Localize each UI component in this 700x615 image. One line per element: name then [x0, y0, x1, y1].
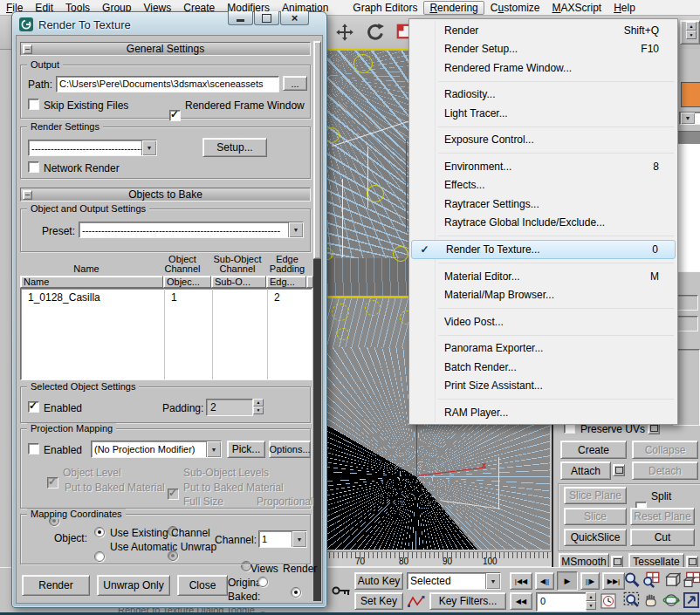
table-header-subobject-channel[interactable]: Sub-O...: [211, 276, 266, 288]
projection-modifier-dropdown[interactable]: (No Projection Modifier)▼: [91, 441, 222, 458]
rollout-general-settings[interactable]: – General Settings: [20, 42, 311, 56]
go-to-end-button[interactable]: ▶▶|: [602, 572, 625, 590]
modifier-dropdown[interactable]: ▼: [679, 112, 700, 125]
menubar-item-graph-editors[interactable]: Graph Editors: [347, 1, 423, 15]
time-configuration-icon[interactable]: [600, 593, 616, 609]
min-max-toggle-icon[interactable]: [683, 591, 700, 609]
menubar-item-maxscript[interactable]: MAXScript: [546, 1, 608, 15]
channel-dropdown[interactable]: 1▼: [258, 530, 307, 548]
path-field[interactable]: C:\Users\Pere\Documents\3dsmax\sceneasse…: [56, 76, 279, 92]
browse-button[interactable]: ...: [283, 76, 307, 91]
table-header-name[interactable]: Name: [20, 276, 163, 288]
object-level-checkbox[interactable]: [47, 477, 58, 489]
menu-item-render-to-texture[interactable]: ✓Render To Texture...0: [411, 240, 676, 259]
enabled-checkbox[interactable]: [28, 401, 39, 413]
frame-spinner[interactable]: ▲▼: [586, 592, 596, 610]
unwrap-only-button[interactable]: Unwrap Only: [97, 575, 170, 596]
menu-item-environment[interactable]: Environment...8: [410, 157, 676, 176]
projection-enabled-checkbox[interactable]: [28, 443, 39, 454]
menubar-item-help[interactable]: Help: [607, 1, 642, 15]
sub-object-levels-checkbox[interactable]: [168, 489, 179, 500]
dialog-title-bar[interactable]: Render To Texture: [19, 16, 131, 33]
use-existing-channel-radio[interactable]: [94, 527, 105, 537]
selection-set-dropdown[interactable]: Selected▼: [407, 572, 501, 590]
key-mode-toggle-button[interactable]: ◀◀: [510, 592, 532, 610]
menubar-item-customize[interactable]: Customize: [484, 1, 546, 15]
menu-item-print-size-assistant[interactable]: Print Size Assistant...: [410, 377, 676, 396]
tessellate-settings-button[interactable]: [686, 556, 698, 568]
table-header-edge-padding[interactable]: Edg...: [266, 276, 306, 288]
collapse-rollout-icon[interactable]: –: [23, 190, 32, 200]
menu-item-light-tracer[interactable]: Light Tracer...: [410, 104, 676, 123]
menu-item-material-map-browser[interactable]: Material/Map Browser...: [410, 286, 676, 305]
zoom-icon[interactable]: [623, 571, 641, 589]
menu-item-rendered-frame-window[interactable]: Rendered Frame Window...: [410, 58, 676, 78]
menu-item-render[interactable]: RenderShift+Q: [410, 21, 676, 40]
pan-hand-icon[interactable]: [642, 591, 660, 609]
menu-item-raytrace-global-include-exclude[interactable]: Raytrace Global Include/Exclude...: [410, 214, 676, 233]
menu-item-batch-render[interactable]: Batch Render...: [410, 358, 676, 377]
skip-existing-checkbox[interactable]: [28, 99, 39, 110]
network-render-checkbox[interactable]: [28, 161, 39, 173]
region-zoom-icon[interactable]: [623, 591, 641, 609]
menu-item-material-editor[interactable]: Material Editor...M: [410, 267, 676, 286]
play-button[interactable]: ▶: [557, 571, 578, 591]
keyboard-override-icon[interactable]: [332, 584, 351, 598]
render-button[interactable]: Render: [22, 575, 90, 596]
slice-plane-button[interactable]: Slice Plane: [564, 487, 627, 504]
set-key-button[interactable]: Set Key: [354, 592, 403, 610]
go-to-start-button[interactable]: |◀◀: [510, 572, 532, 590]
auto-key-button[interactable]: Auto Key: [354, 572, 403, 590]
menubar-item-rendering[interactable]: Rendering: [423, 1, 484, 15]
menu-item-ram-player[interactable]: RAM Player...: [410, 403, 676, 422]
menu-item-raytracer-settings[interactable]: Raytracer Settings...: [410, 195, 676, 214]
dialog-scrollbar[interactable]: [313, 41, 321, 601]
close-dialog-button[interactable]: Close: [177, 575, 228, 596]
select-and-move-icon[interactable]: [335, 23, 354, 42]
menu-item-effects[interactable]: Effects...: [410, 176, 676, 195]
padding-spinner[interactable]: ▲▼: [253, 399, 264, 414]
attach-button[interactable]: Attach: [560, 461, 611, 480]
new-key-curve-icon[interactable]: [407, 594, 426, 608]
current-frame-field[interactable]: 0: [536, 592, 587, 612]
time-slider-track[interactable]: 708090100: [319, 551, 552, 567]
setup-button[interactable]: Setup...: [202, 138, 267, 157]
use-automatic-unwrap-radio[interactable]: [94, 551, 105, 562]
minimize-button[interactable]: [228, 11, 253, 25]
original-render-radio[interactable]: [291, 587, 301, 598]
select-and-rotate-icon[interactable]: [365, 22, 386, 43]
key-filters-button[interactable]: Key Filters...: [429, 592, 506, 610]
menu-item-radiosity[interactable]: Radiosity...: [410, 85, 676, 105]
previous-frame-button[interactable]: ◀||: [535, 572, 554, 590]
quickslice-button[interactable]: QuickSlice: [564, 529, 627, 546]
cut-button[interactable]: Cut: [630, 529, 695, 546]
create-button[interactable]: Create: [560, 441, 627, 459]
zoom-extents-icon[interactable]: [663, 571, 681, 589]
original-views-radio[interactable]: [257, 577, 268, 587]
object-color-swatch[interactable]: [681, 82, 700, 107]
zoom-all-icon[interactable]: [642, 571, 660, 589]
collapse-button[interactable]: Collapse: [632, 441, 698, 459]
table-row[interactable]: 1_0128_Casilla 1 2: [21, 290, 312, 304]
options-button[interactable]: Options...: [269, 441, 311, 458]
table-header-object-channel[interactable]: Objec...: [163, 276, 211, 288]
collapse-rollout-icon[interactable]: –: [23, 44, 32, 54]
rendered-frame-window-checkbox[interactable]: [169, 110, 181, 121]
render-preset-dropdown[interactable]: ----------------------------------------…: [28, 140, 157, 156]
pick-button[interactable]: Pick...: [227, 441, 265, 458]
reset-plane-button[interactable]: Reset Plane: [630, 508, 695, 525]
bake-preset-dropdown[interactable]: ----------------------------------------…: [79, 222, 304, 238]
padding-field[interactable]: 2: [206, 399, 253, 416]
bake-objects-table[interactable]: 1_0128_Casilla 1 2: [20, 288, 312, 380]
next-frame-button[interactable]: ||▶: [580, 572, 600, 590]
menu-item-panorama-exporter[interactable]: Panorama Exporter...: [410, 339, 676, 359]
msmooth-settings-button[interactable]: [611, 556, 623, 568]
close-button[interactable]: ×: [280, 11, 309, 25]
detach-button[interactable]: Detach: [632, 461, 698, 480]
zoom-extents-all-icon[interactable]: [683, 571, 700, 589]
menu-item-render-setup[interactable]: Render Setup...F10: [410, 40, 676, 59]
maximize-button[interactable]: [254, 11, 279, 25]
rollout-objects-to-bake[interactable]: – Objects to Bake: [20, 188, 311, 202]
toolbar-spinner[interactable]: ▲▼: [686, 22, 697, 39]
attach-settings-button[interactable]: [613, 464, 625, 476]
